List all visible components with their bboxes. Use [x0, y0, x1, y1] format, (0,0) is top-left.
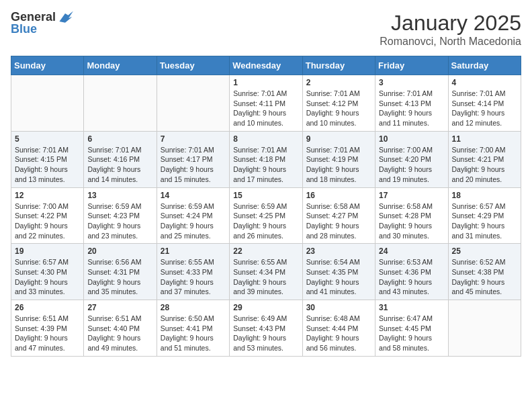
calendar-day-4: 4Sunrise: 7:01 AM Sunset: 4:14 PM Daylig… — [448, 75, 521, 132]
location-title: Romanovci, North Macedonia — [380, 36, 521, 48]
calendar-day-19: 19Sunrise: 6:57 AM Sunset: 4:30 PM Dayli… — [11, 244, 84, 300]
day-info: Sunrise: 6:51 AM Sunset: 4:39 PM Dayligh… — [15, 314, 80, 353]
logo-bird-icon — [57, 11, 73, 24]
calendar-day-2: 2Sunrise: 7:01 AM Sunset: 4:12 PM Daylig… — [302, 75, 375, 132]
calendar-empty-cell — [84, 75, 157, 132]
calendar-day-21: 21Sunrise: 6:55 AM Sunset: 4:33 PM Dayli… — [157, 244, 229, 300]
calendar-day-22: 22Sunrise: 6:55 AM Sunset: 4:34 PM Dayli… — [230, 244, 302, 300]
calendar-empty-cell — [448, 300, 521, 357]
calendar-empty-cell — [11, 75, 84, 132]
calendar-day-10: 10Sunrise: 7:00 AM Sunset: 4:20 PM Dayli… — [375, 131, 448, 187]
day-number: 2 — [306, 78, 371, 87]
calendar-day-5: 5Sunrise: 7:01 AM Sunset: 4:15 PM Daylig… — [11, 131, 84, 187]
day-number: 29 — [233, 303, 298, 312]
day-number: 12 — [15, 191, 80, 200]
calendar-day-27: 27Sunrise: 6:51 AM Sunset: 4:40 PM Dayli… — [84, 300, 157, 357]
calendar-day-31: 31Sunrise: 6:47 AM Sunset: 4:45 PM Dayli… — [375, 300, 448, 357]
weekday-header-tuesday: Tuesday — [157, 56, 229, 75]
logo: General Blue — [11, 11, 73, 36]
day-number: 1 — [233, 78, 298, 87]
weekday-header-sunday: Sunday — [11, 56, 84, 75]
day-info: Sunrise: 6:59 AM Sunset: 4:24 PM Dayligh… — [161, 201, 226, 241]
calendar-day-30: 30Sunrise: 6:48 AM Sunset: 4:44 PM Dayli… — [302, 300, 375, 357]
svg-marker-0 — [59, 11, 73, 23]
day-info: Sunrise: 7:00 AM Sunset: 4:21 PM Dayligh… — [452, 145, 517, 185]
calendar-day-24: 24Sunrise: 6:53 AM Sunset: 4:36 PM Dayli… — [375, 244, 448, 300]
calendar-day-14: 14Sunrise: 6:59 AM Sunset: 4:24 PM Dayli… — [157, 187, 229, 244]
day-number: 27 — [87, 303, 152, 312]
day-info: Sunrise: 7:01 AM Sunset: 4:17 PM Dayligh… — [161, 145, 226, 185]
day-number: 21 — [161, 246, 226, 256]
day-info: Sunrise: 6:54 AM Sunset: 4:35 PM Dayligh… — [306, 257, 371, 297]
calendar-week-row: 5Sunrise: 7:01 AM Sunset: 4:15 PM Daylig… — [11, 131, 521, 187]
day-info: Sunrise: 7:01 AM Sunset: 4:15 PM Dayligh… — [15, 145, 80, 185]
day-info: Sunrise: 6:57 AM Sunset: 4:30 PM Dayligh… — [15, 257, 80, 297]
calendar-week-row: 19Sunrise: 6:57 AM Sunset: 4:30 PM Dayli… — [11, 244, 521, 300]
calendar-day-12: 12Sunrise: 7:00 AM Sunset: 4:22 PM Dayli… — [11, 187, 84, 244]
day-info: Sunrise: 6:58 AM Sunset: 4:27 PM Dayligh… — [306, 201, 371, 241]
calendar-day-18: 18Sunrise: 6:57 AM Sunset: 4:29 PM Dayli… — [448, 187, 521, 244]
day-number: 20 — [87, 246, 152, 256]
calendar-day-3: 3Sunrise: 7:01 AM Sunset: 4:13 PM Daylig… — [375, 75, 448, 132]
day-number: 17 — [379, 191, 444, 200]
day-info: Sunrise: 6:58 AM Sunset: 4:28 PM Dayligh… — [379, 201, 444, 241]
calendar-header-row: SundayMondayTuesdayWednesdayThursdayFrid… — [11, 56, 521, 75]
calendar-day-8: 8Sunrise: 7:01 AM Sunset: 4:18 PM Daylig… — [230, 131, 302, 187]
calendar-day-26: 26Sunrise: 6:51 AM Sunset: 4:39 PM Dayli… — [11, 300, 84, 357]
calendar-day-23: 23Sunrise: 6:54 AM Sunset: 4:35 PM Dayli… — [302, 244, 375, 300]
calendar-day-17: 17Sunrise: 6:58 AM Sunset: 4:28 PM Dayli… — [375, 187, 448, 244]
month-title: January 2025 — [380, 11, 521, 36]
calendar-day-15: 15Sunrise: 6:59 AM Sunset: 4:25 PM Dayli… — [230, 187, 302, 244]
weekday-header-thursday: Thursday — [302, 56, 375, 75]
day-info: Sunrise: 6:47 AM Sunset: 4:45 PM Dayligh… — [379, 314, 444, 353]
day-info: Sunrise: 7:00 AM Sunset: 4:20 PM Dayligh… — [379, 145, 444, 185]
page-header: General Blue January 2025 Romanovci, Nor… — [11, 11, 521, 48]
day-number: 15 — [233, 191, 298, 200]
weekday-header-wednesday: Wednesday — [230, 56, 302, 75]
day-number: 11 — [452, 134, 517, 144]
day-number: 16 — [306, 191, 371, 200]
calendar-day-13: 13Sunrise: 6:59 AM Sunset: 4:23 PM Dayli… — [84, 187, 157, 244]
weekday-header-friday: Friday — [375, 56, 448, 75]
day-number: 10 — [379, 134, 444, 144]
day-info: Sunrise: 6:59 AM Sunset: 4:23 PM Dayligh… — [87, 201, 152, 241]
calendar-week-row: 1Sunrise: 7:01 AM Sunset: 4:11 PM Daylig… — [11, 75, 521, 132]
calendar-day-9: 9Sunrise: 7:01 AM Sunset: 4:19 PM Daylig… — [302, 131, 375, 187]
day-number: 28 — [161, 303, 226, 312]
weekday-header-saturday: Saturday — [448, 56, 521, 75]
calendar-day-1: 1Sunrise: 7:01 AM Sunset: 4:11 PM Daylig… — [230, 75, 302, 132]
day-info: Sunrise: 6:50 AM Sunset: 4:41 PM Dayligh… — [161, 314, 226, 353]
day-number: 14 — [161, 191, 226, 200]
day-number: 9 — [306, 134, 371, 144]
day-info: Sunrise: 6:48 AM Sunset: 4:44 PM Dayligh… — [306, 314, 371, 353]
day-info: Sunrise: 7:01 AM Sunset: 4:16 PM Dayligh… — [87, 145, 152, 185]
calendar-day-7: 7Sunrise: 7:01 AM Sunset: 4:17 PM Daylig… — [157, 131, 229, 187]
day-number: 4 — [452, 78, 517, 87]
calendar-day-28: 28Sunrise: 6:50 AM Sunset: 4:41 PM Dayli… — [157, 300, 229, 357]
day-info: Sunrise: 7:01 AM Sunset: 4:18 PM Dayligh… — [233, 145, 298, 185]
day-number: 7 — [161, 134, 226, 144]
day-info: Sunrise: 7:01 AM Sunset: 4:13 PM Dayligh… — [379, 89, 444, 128]
day-number: 24 — [379, 246, 444, 256]
day-info: Sunrise: 6:55 AM Sunset: 4:33 PM Dayligh… — [161, 257, 226, 297]
day-info: Sunrise: 6:57 AM Sunset: 4:29 PM Dayligh… — [452, 201, 517, 241]
day-info: Sunrise: 6:56 AM Sunset: 4:31 PM Dayligh… — [87, 257, 152, 297]
calendar-week-row: 26Sunrise: 6:51 AM Sunset: 4:39 PM Dayli… — [11, 300, 521, 357]
day-info: Sunrise: 6:49 AM Sunset: 4:43 PM Dayligh… — [233, 314, 298, 353]
day-info: Sunrise: 6:52 AM Sunset: 4:38 PM Dayligh… — [452, 257, 517, 297]
title-block: January 2025 Romanovci, North Macedonia — [380, 11, 521, 48]
day-info: Sunrise: 6:59 AM Sunset: 4:25 PM Dayligh… — [233, 201, 298, 241]
calendar-day-20: 20Sunrise: 6:56 AM Sunset: 4:31 PM Dayli… — [84, 244, 157, 300]
day-number: 13 — [87, 191, 152, 200]
day-number: 6 — [87, 134, 152, 144]
day-number: 25 — [452, 246, 517, 256]
day-info: Sunrise: 6:53 AM Sunset: 4:36 PM Dayligh… — [379, 257, 444, 297]
day-number: 23 — [306, 246, 371, 256]
calendar-day-16: 16Sunrise: 6:58 AM Sunset: 4:27 PM Dayli… — [302, 187, 375, 244]
day-number: 5 — [15, 134, 80, 144]
day-number: 30 — [306, 303, 371, 312]
calendar-table: SundayMondayTuesdayWednesdayThursdayFrid… — [11, 56, 521, 357]
day-number: 8 — [233, 134, 298, 144]
calendar-day-6: 6Sunrise: 7:01 AM Sunset: 4:16 PM Daylig… — [84, 131, 157, 187]
calendar-week-row: 12Sunrise: 7:00 AM Sunset: 4:22 PM Dayli… — [11, 187, 521, 244]
